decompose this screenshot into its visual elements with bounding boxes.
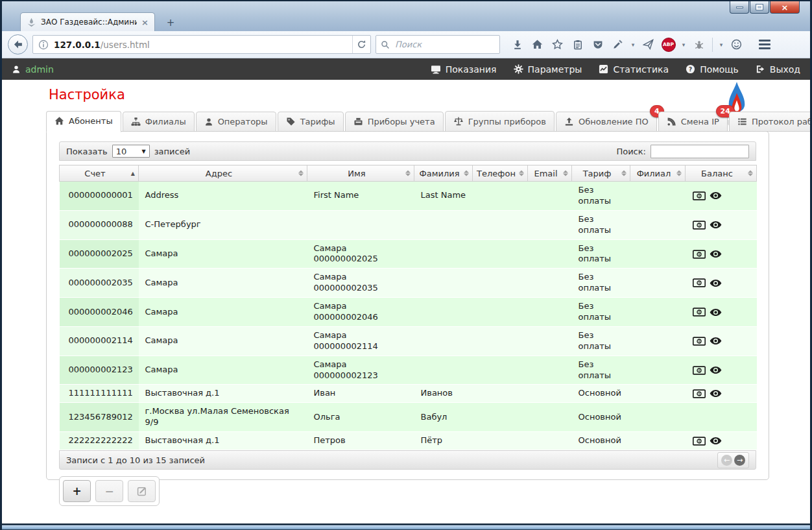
table-row[interactable]: 000000000001AddressFirst NameLast NameБе… xyxy=(60,182,757,211)
tab-pribory-ucheta[interactable]: Приборы учета xyxy=(345,112,444,132)
eye-icon[interactable] xyxy=(710,250,722,258)
eye-icon[interactable] xyxy=(710,389,722,398)
tab-abonenty[interactable]: Абоненты xyxy=(46,111,121,132)
column-header[interactable]: Email xyxy=(528,165,572,182)
table-row[interactable]: 222222222222Выставочная д.1ПетровПётрОсн… xyxy=(60,432,757,450)
eye-icon[interactable] xyxy=(710,279,722,287)
bookmarks-clipboard-icon[interactable] xyxy=(569,36,586,53)
table-search-input[interactable] xyxy=(651,145,749,158)
tab-obnovlenie-po[interactable]: Обновление ПО4 xyxy=(556,112,657,132)
column-header[interactable]: Баланс xyxy=(686,165,757,182)
add-row-button[interactable]: + xyxy=(63,480,91,502)
url-bar[interactable]: 127.0.0.1/users.html xyxy=(32,35,371,54)
money-icon[interactable] xyxy=(693,337,706,346)
nav-item-label: Помощь xyxy=(700,64,739,75)
tab-smena-ip[interactable]: Смена IP24 xyxy=(658,112,728,132)
info-icon[interactable] xyxy=(38,40,49,50)
browser-tab[interactable]: ЗАО Газдевайс::Админист... × xyxy=(20,12,155,31)
eye-icon[interactable] xyxy=(710,191,722,200)
smiley-extension-icon[interactable] xyxy=(728,36,745,53)
cell-first-name xyxy=(307,210,414,239)
tab-tarify[interactable]: Тарифы xyxy=(278,112,344,132)
eye-icon[interactable] xyxy=(710,437,722,445)
adblock-icon[interactable]: ABP xyxy=(660,36,677,53)
eye-icon[interactable] xyxy=(710,221,722,229)
eyedropper-icon[interactable] xyxy=(609,36,627,53)
table-row[interactable]: 000000002046СамараСамара 000000002046Без… xyxy=(60,298,757,327)
nav-item-parametry[interactable]: Параметры xyxy=(514,64,582,75)
tab-filialy[interactable]: Филиалы xyxy=(123,112,195,132)
cell-account: 123456789012 xyxy=(60,403,139,432)
bug-extension-icon[interactable] xyxy=(690,36,708,53)
table-row[interactable]: 000000000088С-ПетербургБез оплаты xyxy=(60,210,757,239)
tab-close-icon[interactable]: × xyxy=(141,18,149,27)
dropdown-caret-icon[interactable]: ▾ xyxy=(629,42,637,48)
reload-button[interactable] xyxy=(352,36,370,53)
send-plane-icon[interactable] xyxy=(639,36,657,53)
nav-item-vyhod[interactable]: Выход xyxy=(756,64,800,75)
money-icon[interactable] xyxy=(693,191,706,200)
eye-icon[interactable] xyxy=(710,366,722,374)
nav-item-statistika[interactable]: Статистика xyxy=(599,64,669,75)
money-icon[interactable] xyxy=(693,307,706,317)
money-icon[interactable] xyxy=(693,221,706,230)
back-button[interactable] xyxy=(8,34,28,54)
cell-first-name: Иван xyxy=(307,385,414,403)
column-header[interactable]: Счет▲ xyxy=(60,165,139,182)
prev-page-button[interactable]: ← xyxy=(721,455,732,466)
logged-in-user[interactable]: admin xyxy=(12,64,54,75)
next-page-button[interactable]: → xyxy=(734,455,745,466)
column-header[interactable]: Адрес xyxy=(139,165,307,182)
close-button[interactable]: × xyxy=(770,1,800,14)
maximize-button[interactable] xyxy=(750,1,769,14)
money-icon[interactable] xyxy=(693,437,706,446)
table-row[interactable]: 000000002025СамараСамара 000000002025Без… xyxy=(60,239,757,269)
titlebar: ЗАО Газдевайс::Админист... × + × xyxy=(2,1,810,31)
chevron-down-icon: ▼ xyxy=(142,149,146,154)
tab-operatory[interactable]: Операторы xyxy=(196,112,276,132)
table-row[interactable]: 000000002114СамараСамара 000000002114Без… xyxy=(60,326,757,355)
table-row[interactable]: 111111111111Выставочная д.1ИванИвановОсн… xyxy=(60,385,757,403)
delete-row-button[interactable]: − xyxy=(95,480,123,502)
app-navbar: admin ПоказанияПараметрыСтатистика?Помощ… xyxy=(2,58,810,80)
table-row[interactable]: 123456789012г.Москва ул.Малая Семеновска… xyxy=(60,403,757,432)
eye-icon[interactable] xyxy=(710,337,722,345)
column-header[interactable]: Тариф xyxy=(572,165,630,182)
nav-item-pomosch[interactable]: ?Помощь xyxy=(686,64,739,75)
cell-address: Самара xyxy=(139,326,307,355)
table-row[interactable]: 000000002123СамараСамара 000000002123Без… xyxy=(60,355,757,385)
column-header[interactable]: Филиал xyxy=(630,165,686,182)
browser-search-box[interactable] xyxy=(376,35,500,54)
money-icon[interactable] xyxy=(693,250,706,259)
home-icon[interactable] xyxy=(529,36,546,53)
nav-item-pokazaniya[interactable]: Показания xyxy=(431,64,497,75)
money-icon[interactable] xyxy=(693,278,706,287)
bookmark-star-icon[interactable] xyxy=(549,36,566,53)
dropdown-caret-icon[interactable]: ▾ xyxy=(717,42,725,48)
cell-balance xyxy=(686,210,757,239)
tab-protokol-raboty[interactable]: Протокол работы xyxy=(729,112,810,132)
browser-toolbar: 127.0.0.1/users.html ▾ ABP ▾ ▾ xyxy=(2,31,810,58)
money-icon[interactable] xyxy=(693,366,706,375)
downloads-icon[interactable] xyxy=(508,36,526,53)
column-header[interactable]: Телефон xyxy=(473,165,528,182)
dropdown-caret-icon[interactable]: ▾ xyxy=(680,42,687,48)
pocket-icon[interactable] xyxy=(589,36,606,53)
menu-hamburger-icon[interactable] xyxy=(755,36,774,53)
table-row[interactable]: 000000002035СамараСамара 000000002035Без… xyxy=(60,269,757,298)
new-tab-button[interactable]: + xyxy=(161,15,180,30)
page-length-select[interactable]: 10 ▼ xyxy=(112,145,150,158)
browser-search-input[interactable] xyxy=(394,39,478,50)
url-text[interactable]: 127.0.0.1/users.html xyxy=(54,40,347,50)
edit-row-button[interactable] xyxy=(128,480,156,502)
cell-account: 000000002025 xyxy=(60,239,139,269)
column-header[interactable]: Фамилия xyxy=(414,165,473,182)
money-icon[interactable] xyxy=(693,389,706,398)
page-length-value: 10 xyxy=(116,147,127,156)
eye-icon[interactable] xyxy=(710,308,722,317)
tab-gruppy-priborov[interactable]: Группы приборов xyxy=(445,111,555,132)
gear-icon xyxy=(514,64,523,74)
column-header[interactable]: Имя xyxy=(307,165,414,182)
cell-branch xyxy=(630,269,686,298)
minimize-button[interactable] xyxy=(730,1,749,14)
